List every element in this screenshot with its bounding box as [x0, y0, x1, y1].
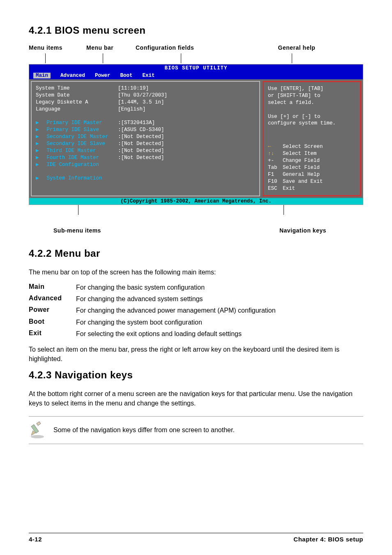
bios-row: ▶ Fourth IDE Master: [36, 154, 118, 161]
label-menu-items: Menu items: [29, 44, 86, 51]
bios-value: :[ST320413A]: [118, 120, 255, 127]
bios-value: [Thu 03/27/2003]: [118, 92, 255, 99]
def-desc: For changing the advanced system setting…: [76, 295, 363, 304]
bios-field-labels: System Time System Date Legacy Diskette …: [36, 85, 118, 192]
section-heading-bios-menu-screen: 4.2.1 BIOS menu screen: [29, 25, 363, 36]
bios-value: :[Not Detected]: [118, 154, 255, 161]
bios-row: ▶ Primary IDE Master: [36, 120, 118, 127]
section2-outro: To select an item on the menu bar, press…: [29, 345, 363, 364]
bios-value: [11:10:19]: [118, 85, 255, 92]
nav-key-row: ↑↓Select Item: [268, 150, 356, 157]
bios-copyright: (C)Copyright 1985-2002, American Megatre…: [29, 198, 363, 205]
bios-value: :[Not Detected]: [118, 140, 255, 147]
bios-value: :[Not Detected]: [118, 134, 255, 140]
def-row: Power For changing the advanced power ma…: [29, 306, 363, 315]
svg-rect-3: [37, 422, 41, 426]
bios-tab-exit: Exit: [143, 73, 155, 78]
note-text: Some of the navigation keys differ from …: [53, 426, 235, 435]
bios-value: [1.44M, 3.5 in]: [118, 99, 255, 106]
def-term-main: Main: [29, 283, 76, 292]
def-desc: For changing the system boot configurati…: [76, 318, 363, 327]
nav-key-row: F1General Help: [268, 171, 356, 178]
bios-tab-advanced: Advanced: [60, 73, 85, 78]
bios-row: [36, 168, 118, 175]
def-row: Exit For selecting the exit options and …: [29, 329, 363, 339]
submenu-arrow-icon: ▶: [36, 120, 39, 126]
bios-row: ▶ Secondary IDE Slave: [36, 140, 118, 147]
bios-tab-power: Power: [95, 73, 111, 78]
page-footer: 4-12 Chapter 4: BIOS setup: [29, 533, 363, 543]
arrow-updown-icon: ↑↓: [268, 150, 283, 157]
help-text: select a field.: [268, 99, 356, 106]
nav-key-row: F10Save and Exit: [268, 178, 356, 185]
bios-help-panel: Use [ENTER], [TAB] or [SHIFT-TAB] to sel…: [263, 81, 361, 196]
bios-row: [36, 113, 118, 120]
label-config-fields: Configuration fields: [136, 44, 230, 51]
submenu-arrow-icon: ▶: [36, 155, 39, 161]
label-submenu-items: Sub-menu items: [53, 227, 101, 234]
bios-row: Language: [36, 106, 118, 113]
submenu-arrow-icon: ▶: [36, 134, 39, 140]
label-navigation-keys: Navigation keys: [279, 227, 326, 234]
bios-left-panel: System Time System Date Legacy Diskette …: [31, 81, 260, 196]
submenu-arrow-icon: ▶: [36, 127, 39, 133]
pencil-icon: [29, 421, 46, 439]
nav-key-row: ←Select Screen: [268, 143, 356, 150]
def-row: Main For changing the basic system confi…: [29, 283, 363, 292]
bios-value: [118, 113, 255, 120]
label-menu-bar: Menu bar: [86, 44, 136, 51]
bios-row: ▶ System Information: [36, 175, 118, 182]
def-term-boot: Boot: [29, 318, 76, 327]
bios-tab-boot: Boot: [120, 73, 133, 78]
help-text: [268, 106, 356, 113]
help-text: Use [ENTER], [TAB]: [268, 85, 356, 92]
svg-point-0: [31, 435, 44, 438]
bios-menu-bar: Main Advanced Power Boot Exit: [29, 72, 363, 79]
bios-row: System Time: [36, 85, 118, 92]
note-box: Some of the navigation keys differ from …: [29, 416, 363, 444]
nav-key-row: +-Change Field: [268, 157, 356, 164]
help-text: configure system time.: [268, 120, 356, 127]
label-general-help: General help: [230, 44, 363, 51]
chapter-title: Chapter 4: BIOS setup: [293, 536, 363, 543]
def-term-exit: Exit: [29, 329, 76, 339]
def-row: Advanced For changing the advanced syste…: [29, 295, 363, 304]
def-term-advanced: Advanced: [29, 295, 76, 304]
diagram-bottom-labels: Sub-menu items Navigation keys: [29, 227, 363, 234]
bios-body: System Time System Date Legacy Diskette …: [29, 79, 363, 198]
menu-bar-definitions: Main For changing the basic system confi…: [29, 283, 363, 339]
bios-value: :[Not Detected]: [118, 147, 255, 154]
bios-row: ▶ Primary IDE Slave: [36, 127, 118, 134]
arrow-left-icon: ←: [268, 143, 283, 150]
bios-screenshot: BIOS SETUP UTILITY Main Advanced Power B…: [29, 64, 363, 205]
section-heading-menu-bar: 4.2.2 Menu bar: [29, 248, 363, 259]
label-connector-lines: [29, 53, 363, 63]
submenu-arrow-icon: ▶: [36, 162, 39, 168]
page-number: 4-12: [29, 536, 42, 543]
submenu-arrow-icon: ▶: [36, 148, 39, 154]
def-desc: For changing the advanced power manageme…: [76, 306, 363, 315]
bios-tab-main: Main: [33, 73, 51, 78]
help-text: Use [+] or [-] to: [268, 113, 356, 120]
section2-intro: The menu bar on top of the screen has th…: [29, 267, 363, 277]
bios-row: ▶ IDE Configuration: [36, 161, 118, 168]
label-connector-lines-bottom: [29, 205, 363, 215]
section3-body: At the bottom right corner of a menu scr…: [29, 389, 363, 408]
nav-key-row: ESCExit: [268, 185, 356, 192]
nav-key-row: TabSelect Field: [268, 164, 356, 171]
def-row: Boot For changing the system boot config…: [29, 318, 363, 327]
bios-value: [English]: [118, 106, 255, 113]
bios-row: ▶ Secondary IDE Master: [36, 134, 118, 140]
bios-row: ▶ Third IDE Master: [36, 147, 118, 154]
def-desc: For selecting the exit options and loadi…: [76, 329, 363, 339]
bios-row: System Date: [36, 92, 118, 99]
section-heading-navigation-keys: 4.2.3 Navigation keys: [29, 369, 363, 381]
submenu-arrow-icon: ▶: [36, 141, 39, 147]
def-desc: For changing the basic system configurat…: [76, 283, 363, 292]
bios-row: Legacy Diskette A: [36, 99, 118, 106]
help-text: or [SHIFT-TAB] to: [268, 92, 356, 99]
bios-title: BIOS SETUP UTILITY: [29, 64, 363, 72]
diagram-top-labels: Menu items Menu bar Configuration fields…: [29, 44, 363, 51]
bios-value: :[ASUS CD-S340]: [118, 127, 255, 134]
bios-field-values: [11:10:19] [Thu 03/27/2003] [1.44M, 3.5 …: [118, 85, 255, 192]
